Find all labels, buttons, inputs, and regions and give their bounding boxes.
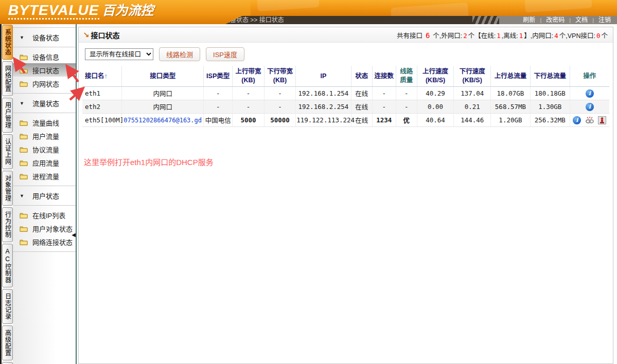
section-title-device-status[interactable]: ▼ 设备状态: [13, 28, 76, 47]
tab-advanced-config[interactable]: 高级配置: [2, 325, 13, 360]
sidebar-item-interface-status[interactable]: 接口状态: [13, 63, 76, 77]
sidebar-item-protocol-traffic[interactable]: 协议流量: [13, 142, 76, 156]
isp-speed-button[interactable]: ISP速度: [206, 47, 244, 61]
folder-icon: [20, 67, 28, 74]
line-disconnect-icon[interactable]: [585, 116, 594, 124]
sidebar-item-user-traffic[interactable]: 用户流量: [13, 129, 76, 142]
line-detect-button[interactable]: 线路检测: [159, 47, 200, 61]
divider: |: [569, 17, 571, 23]
stripes-decoration: [472, 16, 499, 24]
col-down-speed: 下行速度(KB/S): [454, 66, 491, 87]
interface-filter-select[interactable]: 显示所有在线接口: [85, 48, 153, 60]
col-up-total: 上行总流量: [491, 66, 531, 87]
logo: BYTEVALUE百为流控: [0, 0, 251, 24]
col-down-bandwidth: 下行带宽(KB): [264, 66, 295, 87]
tab-log-records[interactable]: 日志记录: [2, 289, 13, 324]
section-arrow-icon: ↘: [83, 30, 90, 40]
folder-icon: [20, 173, 28, 179]
interface-status-panel: ↘ 接口状态 共有接口6个,外网口:2个【在线:1,离线:1】,内网口:4个,V…: [78, 27, 613, 364]
table-row-eth5: eth5[100M] 07551202866476@163.gd 中国电信 50…: [82, 114, 609, 127]
col-ip: IP: [296, 66, 351, 87]
sidebar-item-lan-status[interactable]: 内网状态: [13, 77, 76, 90]
page-title: 接口状态: [91, 30, 120, 40]
divider: |: [592, 17, 594, 23]
col-up-bandwidth: 上行带宽(KB): [233, 66, 264, 87]
wan-online-count: 1: [496, 32, 502, 40]
chevron-down-icon: ▼: [20, 101, 24, 106]
sidebar-section-device-status: ▼ 设备状态 设备信息 接口状态 内网状态: [13, 27, 76, 94]
sidebar-menu: ▼ 设备状态 设备信息 接口状态 内网状态 ▼: [13, 24, 77, 364]
folder-icon: [20, 225, 28, 232]
col-down-total: 下行总流量: [530, 66, 570, 87]
info-icon[interactable]: i: [573, 116, 581, 124]
sidebar-collapse-handle[interactable]: ◀: [72, 232, 76, 238]
section-title-traffic-status[interactable]: ▼ 流量状态: [13, 94, 76, 113]
col-up-speed: 上行速度(KB/S): [417, 66, 454, 87]
table-controls: 显示所有在线接口 线路检测 ISP速度: [79, 43, 613, 65]
interface-table: 接口名↑ 接口类型 ISP类型 上行带宽(KB) 下行带宽(KB) IP 状态 …: [82, 66, 609, 127]
col-operations: 操作: [570, 66, 609, 87]
folder-icon: [20, 80, 28, 87]
table-row-eth2: eth2 内网口 - - - 192.168.2.254 在线 - - 0.00…: [82, 100, 609, 114]
col-connections: 连接数: [372, 66, 396, 87]
sidebar-item-online-ip-list[interactable]: 在线IP列表: [13, 208, 76, 222]
divider: |: [540, 17, 541, 23]
folder-icon: [20, 239, 28, 245]
main-content: ↘ 接口状态 共有接口6个,外网口:2个【在线:1,离线:1】,内网口:4个,V…: [77, 24, 617, 364]
pppoe-account-link[interactable]: 07551202866476@163.gd: [124, 117, 202, 124]
docs-link[interactable]: 文档: [575, 16, 588, 24]
refresh-link[interactable]: 刷新: [523, 16, 535, 24]
sort-asc-icon: ↑: [104, 72, 108, 80]
wan-count: 2: [462, 32, 468, 40]
dhcp-annotation-text: 这里举例打开eth1内网口的DHCP服务: [84, 156, 613, 167]
folder-icon: [20, 53, 28, 60]
table-row-eth1: eth1 内网口 - - - 192.168.1.254 在线 - - 40.2…: [82, 87, 609, 100]
tab-device-maintenance[interactable]: 设备维护: [2, 362, 13, 364]
tab-ac-controller[interactable]: AC控制器: [2, 244, 13, 287]
table-header-row: 接口名↑ 接口类型 ISP类型 上行带宽(KB) 下行带宽(KB) IP 状态 …: [82, 66, 609, 87]
tab-behavior-control[interactable]: 行为控制: [2, 207, 13, 242]
lan-count: 4: [553, 32, 559, 40]
folder-icon: [20, 159, 28, 166]
tab-user-management[interactable]: 用户管理: [2, 98, 13, 133]
vpn-count: 0: [595, 32, 602, 40]
col-status: 状态: [351, 66, 372, 87]
header-actions: 刷新 | 改密码 | 文档 | 注销: [472, 16, 617, 24]
sidebar-item-traffic-curve[interactable]: 流量曲线: [13, 116, 76, 129]
tab-object-management[interactable]: 对象管理: [2, 171, 13, 206]
header-decoration: [391, 3, 469, 16]
tab-network-config[interactable]: 网络配置: [2, 61, 13, 96]
interface-summary: 共有接口6个,外网口:2个【在线:1,离线:1】,内网口:4个,VPN接口:0个: [397, 30, 608, 40]
chevron-down-icon: ▼: [20, 193, 24, 198]
logo-cn: 百为流控: [102, 3, 154, 17]
sidebar-item-app-traffic[interactable]: 应用流量: [13, 156, 76, 169]
sidebar-item-process-traffic[interactable]: 进程流量: [13, 169, 76, 183]
sidebar-item-device-info[interactable]: 设备信息: [13, 50, 76, 63]
folder-icon: [20, 119, 28, 126]
left-tab-rail: 系统状态 网络配置 用户管理 认证上网 对象管理 行为控制 AC控制器 日志记录…: [0, 24, 13, 364]
wan-offline-count: 1: [518, 32, 524, 40]
folder-icon: [20, 133, 28, 139]
section-title-user-status[interactable]: ▼ 用户状态: [13, 186, 76, 206]
folder-icon: [20, 146, 28, 153]
chevron-down-icon: ▼: [20, 35, 24, 40]
tab-system-status[interactable]: 系统状态: [2, 25, 13, 60]
info-icon[interactable]: i: [586, 103, 594, 111]
col-isp-type: ISP类型: [204, 66, 233, 87]
col-line-quality: 线路质量: [396, 66, 417, 87]
logout-link[interactable]: 注销: [598, 16, 611, 24]
sidebar-section-user-status: ▼ 用户状态 在线IP列表 用户对象状态 网络连接状态: [13, 186, 76, 252]
sidebar-section-traffic-status: ▼ 流量状态 流量曲线 用户流量 协议流量 应用流量: [13, 94, 76, 186]
change-password-link[interactable]: 改密码: [546, 16, 565, 24]
folder-icon: [20, 212, 28, 219]
info-icon[interactable]: i: [586, 89, 594, 98]
logo-wordmark: BYTEVALUE: [8, 2, 99, 20]
tab-auth-internet[interactable]: 认证上网: [2, 134, 13, 169]
col-interface-type: 接口类型: [122, 66, 204, 87]
sidebar-item-network-connection-status[interactable]: 网络连接状态: [13, 235, 76, 248]
col-interface-name[interactable]: 接口名↑: [82, 66, 122, 87]
sidebar-item-user-object-status[interactable]: 用户对象状态: [13, 222, 76, 235]
line-detect-icon[interactable]: [598, 116, 606, 124]
total-interfaces-count: 6: [422, 31, 433, 40]
header-decoration: [257, 0, 320, 11]
